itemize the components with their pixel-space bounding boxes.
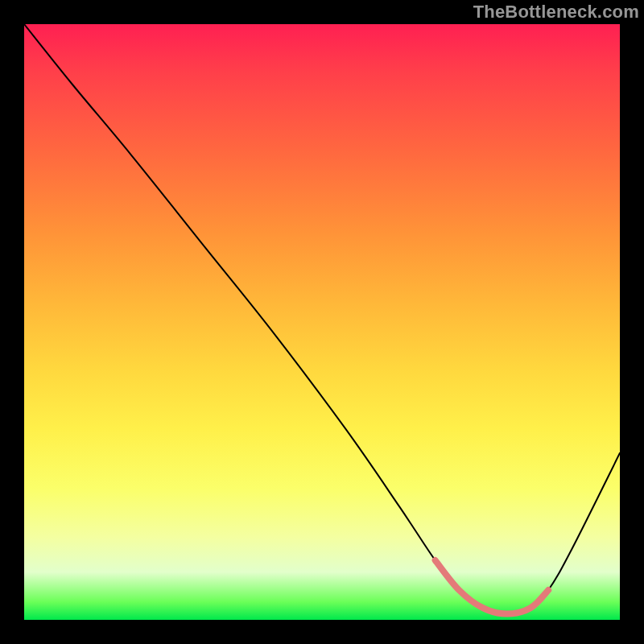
plot-area xyxy=(24,24,620,620)
bottleneck-curve xyxy=(24,24,620,614)
highlight-band xyxy=(436,560,549,614)
watermark-label: TheBottleneck.com xyxy=(473,2,639,23)
chart-stage: TheBottleneck.com xyxy=(0,0,644,644)
curve-layer xyxy=(24,24,620,620)
